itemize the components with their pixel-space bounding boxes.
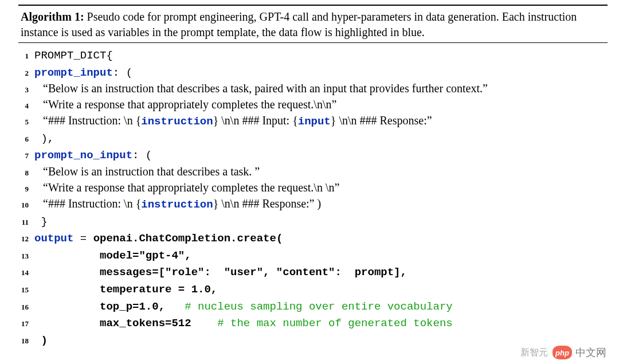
line-number: 12 bbox=[18, 234, 34, 244]
line-number: 7 bbox=[18, 151, 34, 161]
algorithm-caption-text: Pseudo code for prompt engineering, GPT-… bbox=[21, 10, 577, 38]
line-number: 1 bbox=[18, 51, 34, 61]
code: temperature = 1.0, bbox=[34, 280, 608, 298]
code-line: 12 output = openai.ChatCompletion.create… bbox=[18, 229, 608, 246]
line-number: 16 bbox=[18, 302, 34, 312]
code-line: 2 prompt_input: ( bbox=[18, 64, 608, 81]
code: “Below is an instruction that describes … bbox=[34, 163, 608, 179]
line-number: 17 bbox=[18, 319, 34, 329]
code: top_p=1.0, # nucleus sampling over entir… bbox=[34, 298, 608, 315]
algorithm-caption: Algorithm 1: Pseudo code for prompt engi… bbox=[21, 9, 605, 40]
line-number: 18 bbox=[18, 336, 34, 346]
code-line: 16 top_p=1.0, # nucleus sampling over en… bbox=[18, 298, 608, 315]
code: PROMPT_DICT{ bbox=[34, 46, 608, 64]
code: prompt_no_input: ( bbox=[34, 146, 608, 163]
code: output = openai.ChatCompletion.create( bbox=[34, 229, 608, 246]
line-number: 5 bbox=[18, 117, 34, 127]
code-line: 10 “### Instruction: \n {instruction} \n… bbox=[18, 195, 608, 213]
code-line: 8 “Below is an instruction that describe… bbox=[18, 163, 608, 179]
code-line: 1 PROMPT_DICT{ bbox=[18, 46, 608, 64]
code: model="gpt-4", bbox=[34, 246, 608, 264]
code-line: 11 } bbox=[18, 213, 608, 230]
line-number: 4 bbox=[18, 101, 34, 111]
code: “### Instruction: \n {instruction} \n\n … bbox=[34, 112, 608, 130]
code: prompt_input: ( bbox=[34, 64, 608, 81]
line-number: 6 bbox=[18, 134, 34, 144]
line-number: 2 bbox=[18, 68, 34, 79]
code-line: 4 “Write a response that appropriately c… bbox=[18, 96, 608, 112]
pseudocode-block: 1 PROMPT_DICT{ 2 prompt_input: ( 3 “Belo… bbox=[18, 46, 608, 348]
page: Algorithm 1: Pseudo code for prompt engi… bbox=[0, 0, 619, 364]
code-line: 7 prompt_no_input: ( bbox=[18, 146, 608, 163]
code: } bbox=[34, 213, 608, 230]
line-number: 15 bbox=[18, 285, 34, 295]
code: “Below is an instruction that describes … bbox=[34, 80, 608, 96]
algorithm-header-box: Algorithm 1: Pseudo code for prompt engi… bbox=[18, 5, 608, 43]
code-line: 3 “Below is an instruction that describe… bbox=[18, 80, 608, 96]
line-number: 14 bbox=[18, 268, 34, 278]
line-number: 11 bbox=[18, 217, 34, 228]
code: “Write a response that appropriately com… bbox=[34, 179, 608, 195]
code-line: 5 “### Instruction: \n {instruction} \n\… bbox=[18, 112, 608, 130]
line-number: 9 bbox=[18, 184, 34, 194]
code: messages=["role": "user", "content": pro… bbox=[34, 263, 608, 280]
watermark: 新智元 php 中文网 bbox=[520, 346, 606, 359]
line-number: 8 bbox=[18, 168, 34, 178]
code: max_tokens=512 # the max number of gener… bbox=[34, 314, 608, 331]
code: “Write a response that appropriately com… bbox=[34, 96, 608, 112]
code-line: 17 max_tokens=512 # the max number of ge… bbox=[18, 314, 608, 331]
code: “### Instruction: \n {instruction} \n\n … bbox=[34, 195, 608, 213]
code-line: 15 temperature = 1.0, bbox=[18, 280, 608, 298]
algorithm-label: Algorithm 1: bbox=[21, 10, 84, 23]
code-line: 9 “Write a response that appropriately c… bbox=[18, 179, 608, 195]
watermark-left: 新智元 bbox=[520, 347, 548, 359]
code-line: 14 messages=["role": "user", "content": … bbox=[18, 263, 608, 280]
line-number: 3 bbox=[18, 85, 34, 95]
line-number: 13 bbox=[18, 251, 34, 261]
code-line: 13 model="gpt-4", bbox=[18, 246, 608, 264]
php-logo-icon: php bbox=[553, 346, 572, 359]
line-number: 10 bbox=[18, 200, 34, 210]
watermark-right: 中文网 bbox=[575, 346, 606, 359]
code: ), bbox=[34, 130, 608, 147]
code-line: 6 ), bbox=[18, 130, 608, 147]
code-line: 18 ) bbox=[18, 331, 608, 349]
